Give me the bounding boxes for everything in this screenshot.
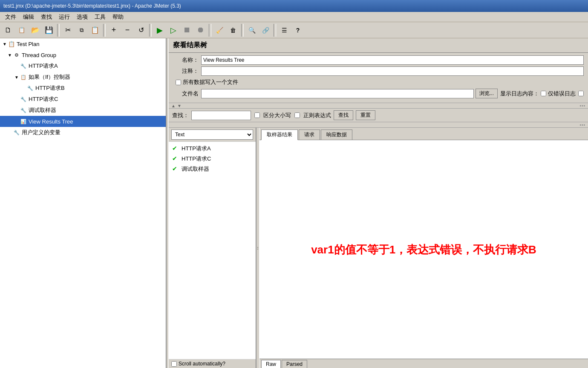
tab-sampler-results[interactable]: 取样器结果	[261, 129, 298, 140]
success-icon-a: ✔	[172, 145, 180, 152]
regex-checkbox[interactable]	[294, 112, 300, 118]
shutdown-button[interactable]: ⏺	[194, 24, 207, 37]
title-bar: test1.jmx (D:\apache-jmeter-5.3\bin\temp…	[0, 0, 588, 12]
thread-group-label: Thread Group	[22, 52, 56, 58]
scroll-auto-checkbox[interactable]	[171, 361, 177, 367]
expand-thread-group[interactable]: ▼	[7, 53, 13, 58]
http-req-b-label: HTTP请求B	[35, 84, 65, 92]
sep6	[274, 24, 276, 37]
browse-button[interactable]: 浏览...	[476, 89, 498, 98]
cut-button[interactable]: ✂	[61, 24, 74, 37]
search-toolbar-button[interactable]: 🔍	[245, 24, 258, 37]
main-layout: ▼ 📋 Test Plan ▼ ⚙ Thread Group 🔧 HTTP请求A…	[0, 38, 588, 368]
sidebar-item-thread-group[interactable]: ▼ ⚙ Thread Group	[0, 49, 166, 60]
menu-file[interactable]: 文件	[2, 12, 20, 22]
open-button[interactable]: 📂	[29, 24, 42, 37]
tab-bar: 取样器结果 请求 响应数据	[259, 128, 588, 140]
add-button[interactable]: +	[107, 24, 120, 37]
panel-header: 察看结果树	[169, 38, 588, 53]
log-display-label: 显示日志内容：	[500, 90, 539, 98]
reset-button[interactable]: 重置	[356, 110, 375, 120]
view-results-tree-icon: 📊	[20, 118, 27, 125]
errors-only-checkbox[interactable]	[541, 91, 546, 96]
sep5	[241, 24, 244, 37]
sidebar-item-if-controller[interactable]: ▼ 📋 如果（If）控制器	[0, 72, 166, 83]
drag-dots-bottom[interactable]: •••	[579, 123, 585, 127]
case-sensitive-label: 区分大小写	[263, 112, 291, 119]
start-nopause-button[interactable]: ▷	[167, 24, 180, 37]
help-toolbar-button[interactable]: ?	[291, 24, 304, 37]
stop-button[interactable]: ⏹	[181, 24, 193, 37]
start-button[interactable]: ▶	[153, 24, 166, 37]
sidebar-item-test-plan[interactable]: ▼ 📋 Test Plan	[0, 38, 166, 49]
bottom-tab-raw[interactable]: Raw	[261, 360, 281, 368]
result-item-http-c[interactable]: ✔ HTTP请求C	[170, 154, 254, 164]
extra-log-checkbox[interactable]	[578, 91, 584, 96]
tab-response-data[interactable]: 响应数据	[321, 129, 352, 140]
http-req-a-label: HTTP请求A	[29, 62, 58, 70]
http-req-c-label: HTTP请求C	[29, 95, 58, 103]
sep3	[149, 24, 152, 37]
template-button[interactable]: 📋	[15, 24, 28, 37]
comment-label: 注释：	[173, 67, 199, 75]
clear-all-button[interactable]: 🗑	[227, 24, 239, 37]
annotation-text: var1的值不等于1，表达式错误，不执行请求B	[311, 242, 536, 257]
sidebar-item-http-req-c[interactable]: 🔧 HTTP请求C	[0, 94, 166, 105]
paste-button[interactable]: 📋	[89, 24, 101, 37]
format-area: Text HTML JSON XML CSS/JQuery	[169, 128, 256, 142]
search-label: 查找：	[172, 112, 189, 119]
drag-dots-top[interactable]: •••	[579, 104, 585, 108]
if-controller-label: 如果（If）控制器	[29, 73, 70, 81]
test-plan-icon: 📋	[8, 40, 15, 48]
bottom-tab-parsed[interactable]: Parsed	[282, 360, 307, 368]
format-select[interactable]: Text HTML JSON XML CSS/JQuery	[171, 129, 253, 140]
debug-sampler-icon: 🔧	[20, 106, 27, 114]
result-item-http-a[interactable]: ✔ HTTP请求A	[170, 144, 254, 154]
clear-button[interactable]: 🧹	[213, 24, 226, 37]
name-input[interactable]	[201, 55, 584, 65]
comment-input[interactable]	[201, 66, 584, 76]
menu-run[interactable]: 运行	[55, 12, 73, 22]
all-data-label: 所有数据写入一个文件	[183, 78, 238, 86]
success-icon-c: ✔	[172, 155, 180, 163]
filename-input[interactable]	[201, 89, 474, 98]
menu-edit[interactable]: 编辑	[20, 12, 37, 22]
menu-help[interactable]: 帮助	[109, 12, 127, 22]
detail-content: var1的值不等于1，表达式错误，不执行请求B	[259, 140, 588, 359]
save-button[interactable]: 💾	[43, 24, 55, 37]
result-item-debug[interactable]: ✔ 调试取样器	[170, 164, 254, 174]
errors-only-label: 仅错误日志	[548, 90, 576, 98]
tab-request[interactable]: 请求	[299, 129, 320, 140]
bottom-tab-bar: Raw Parsed	[259, 359, 588, 368]
http-req-a-icon: 🔧	[20, 62, 27, 70]
sidebar-item-http-req-b[interactable]: 🔧 HTTP请求B	[0, 83, 166, 94]
filename-label: 文件名	[173, 90, 199, 98]
success-icon-debug: ✔	[172, 165, 180, 173]
new-button[interactable]: 🗋	[2, 24, 14, 37]
sidebar-item-user-vars[interactable]: 🔧 用户定义的变量	[0, 127, 166, 138]
result-label-a: HTTP请求A	[182, 145, 211, 152]
remote-button[interactable]: 🔗	[259, 24, 272, 37]
menu-options[interactable]: 选项	[73, 12, 91, 22]
expand-test-plan[interactable]: ▼	[2, 42, 8, 46]
handle-dots: ⋮	[256, 246, 259, 250]
sidebar-item-view-results-tree[interactable]: 📊 View Results Tree	[0, 116, 166, 127]
sidebar-item-debug-sampler[interactable]: 🔧 调试取样器	[0, 105, 166, 116]
vertical-resize-handle[interactable]: ⋮	[256, 128, 259, 368]
menu-tools[interactable]: 工具	[91, 12, 109, 22]
expand-if-controller[interactable]: ▼	[14, 75, 20, 80]
find-button[interactable]: 查找	[334, 110, 353, 120]
thread-group-icon: ⚙	[13, 51, 20, 59]
case-sensitive-checkbox[interactable]	[254, 112, 260, 118]
scroll-auto-row: Scroll automatically?	[169, 359, 256, 368]
sidebar-item-http-req-a[interactable]: 🔧 HTTP请求A	[0, 60, 166, 72]
name-row: 名称：	[173, 55, 584, 65]
remove-button[interactable]: −	[121, 24, 134, 37]
search-input[interactable]	[191, 111, 251, 120]
copy-button[interactable]: ⧉	[75, 24, 88, 37]
all-data-checkbox[interactable]	[176, 80, 181, 85]
undo-button[interactable]: ↺	[135, 24, 147, 37]
sep2	[103, 24, 106, 37]
list-button[interactable]: ☰	[278, 24, 291, 37]
menu-search[interactable]: 查找	[37, 12, 55, 22]
